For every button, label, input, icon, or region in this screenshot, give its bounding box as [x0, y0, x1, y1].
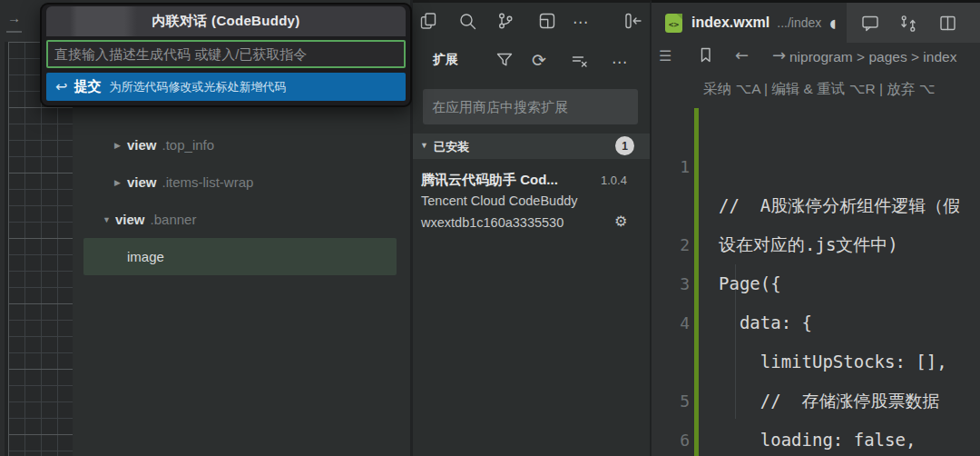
extension-id: wxextdb1c160a3335530 [421, 215, 564, 230]
tree-item-view-items-list-wrap[interactable]: ▶ view .items-list-wrap [114, 164, 253, 201]
back-arrow-icon[interactable]: ← [735, 45, 749, 64]
extension-publisher: Tencent Cloud CodeBuddy [421, 193, 578, 208]
gear-icon[interactable]: ⚙ [614, 213, 627, 230]
submit-hint: 为所选代码修改或光标处新增代码 [109, 79, 286, 95]
bookmark-icon[interactable] [697, 45, 714, 64]
tab-path-hint: .../index [777, 15, 821, 30]
submit-button[interactable]: ↩ 提交 为所选代码修改或光标处新增代码 [46, 73, 406, 101]
source-control-icon[interactable] [495, 11, 515, 31]
installed-label: 已安装 [434, 139, 469, 155]
compare-changes-icon[interactable] [898, 14, 918, 34]
filter-icon[interactable] [495, 50, 514, 70]
chevron-right-icon[interactable]: ▶ [114, 178, 127, 187]
wxml-file-icon: <> [665, 14, 682, 33]
extension-version: 1.0.4 [601, 173, 627, 187]
tree-item-class: .top_info [162, 137, 215, 153]
collapse-sidebar-icon[interactable] [623, 11, 643, 31]
breadcrumb-bar: ☰ ← → niprogram > pages > index [652, 43, 980, 71]
extension-name[interactable]: 腾讯云代码助手 Cod... [421, 172, 558, 189]
clear-extension-filter-icon[interactable] [570, 51, 590, 71]
extensions-panel: ⋯ 扩展 ⟳ ⋯ ▼ 已安装 1 腾讯云代码助手 Cod... 1.0.4 Te… [413, 0, 652, 456]
tree-item-class: .banner [151, 212, 197, 227]
chevron-down-icon[interactable]: ▼ [103, 215, 115, 224]
app-window: → ▶ view .top_info ▶ view .items-list-wr… [0, 0, 980, 456]
extensions-panel-title: 扩展 [433, 52, 458, 68]
search-icon[interactable] [457, 11, 478, 32]
chat-icon[interactable] [860, 14, 880, 33]
tree-item-image-selected[interactable]: image [83, 238, 397, 275]
editor-panel: <> index.wxml .../index ◖ ☰ ← → niprogra… [652, 0, 980, 456]
chevron-right-icon[interactable]: ▶ [114, 141, 127, 150]
code-line[interactable]: // 存储涨停股票数据 [652, 303, 980, 342]
more-actions-icon[interactable]: ⋯ [573, 13, 589, 31]
installed-section-header[interactable]: ▼ 已安装 1 [413, 134, 650, 159]
code-line[interactable]: 设在对应的.js文件中) [652, 147, 980, 186]
tree-item-tag: view [115, 212, 145, 227]
tab-index-wxml[interactable]: <> index.wxml .../index ◖ [652, 3, 847, 43]
tree-item-view-banner[interactable]: ▼ view .banner [103, 201, 196, 238]
tree-item-tag: image [127, 249, 164, 264]
code-line[interactable]: 5 loading: false, [652, 342, 980, 382]
inline-chat-input[interactable] [46, 40, 406, 68]
forward-arrow-icon[interactable]: → [772, 45, 786, 64]
code-line[interactable]: 1 // A股涨停分析组件逻辑（假 [652, 108, 980, 147]
svg-text:<>: <> [669, 18, 680, 28]
modified-indicator-icon[interactable]: ◖ [829, 16, 836, 30]
tree-item-view-top-info[interactable]: ▶ view .top_info [114, 126, 214, 164]
tree-item-tag: view [127, 174, 157, 190]
installed-count-badge: 1 [615, 136, 634, 155]
outline-list-icon[interactable]: ☰ [659, 47, 671, 64]
more-views-icon[interactable]: ⋯ [612, 53, 628, 71]
toolbar-divider [6, 31, 22, 33]
inline-chat-dialog: 内联对话 (CodeBuddy) ↩ 提交 为所选代码修改或光标处新增代码 [40, 3, 412, 107]
chevron-down-icon[interactable]: ▼ [420, 141, 428, 150]
files-icon[interactable] [418, 11, 438, 31]
extension-search-input[interactable] [423, 89, 638, 124]
code-line[interactable]: 4 limitUpStocks: [], [652, 264, 980, 303]
code-line[interactable]: 2 Page({ [652, 186, 980, 225]
breadcrumb-path[interactable]: niprogram > pages > index [789, 49, 956, 65]
extensions-icon[interactable] [537, 11, 557, 31]
codelens-actions[interactable]: 采纳 ⌥A | 编辑 & 重试 ⌥R | 放弃 ⌥ [703, 80, 935, 99]
code-line[interactable]: 6 error: null [652, 382, 980, 421]
tree-item-tag: view [127, 137, 157, 153]
tab-filename: index.wxml [691, 15, 769, 31]
submit-label: 提交 [74, 78, 101, 95]
return-arrow-icon: ↩ [55, 78, 67, 95]
code-line[interactable]: 3 data: { [652, 225, 980, 264]
dialog-title[interactable]: 内联对话 (CodeBuddy) [46, 6, 406, 36]
refresh-icon[interactable]: ⟳ [532, 50, 547, 70]
code-line[interactable]: 7 }, [652, 421, 980, 456]
split-editor-icon[interactable] [938, 14, 957, 33]
forward-arrow-icon[interactable]: → [7, 10, 21, 25]
tree-item-class: .items-list-wrap [162, 174, 254, 190]
